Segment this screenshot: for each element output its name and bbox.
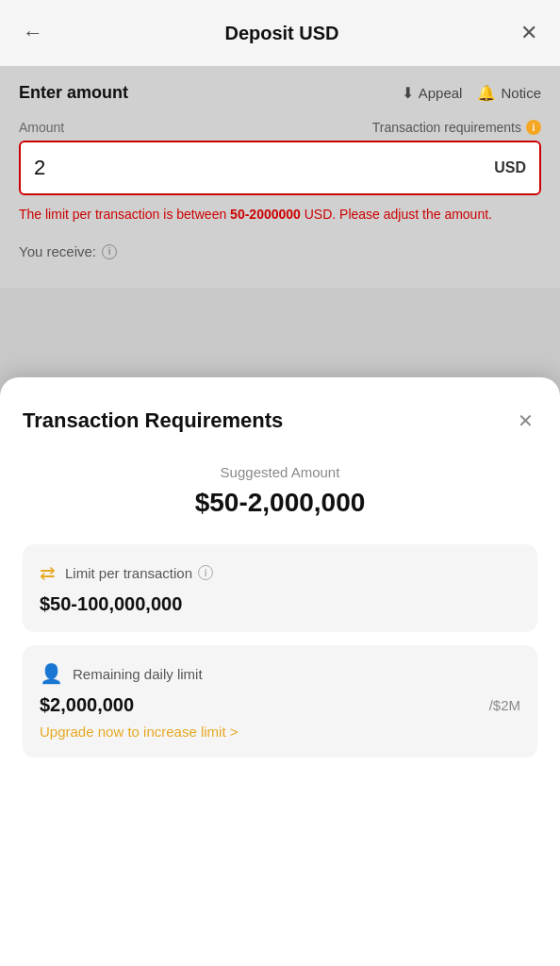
appeal-button[interactable]: ⬇ Appeal: [402, 84, 463, 102]
limit-per-transaction-card: ⇄ Limit per transaction i $50-100,000,00…: [23, 544, 537, 632]
deposit-form-area: Enter amount ⬇ Appeal 🔔 Notice Amount Tr…: [0, 66, 560, 288]
notice-button[interactable]: 🔔 Notice: [477, 84, 541, 102]
amount-input[interactable]: [34, 156, 494, 180]
notice-icon: 🔔: [477, 84, 496, 102]
daily-limit-card: 👤 Remaining daily limit $2,000,000 /$2M …: [23, 645, 537, 758]
back-button[interactable]: ←: [19, 17, 47, 49]
transfer-icon: ⇄: [40, 561, 56, 584]
daily-limit-value: $2,000,000: [40, 694, 134, 716]
you-receive-info-icon[interactable]: i: [102, 244, 117, 259]
amount-input-wrapper: USD: [19, 141, 541, 195]
appeal-label: Appeal: [419, 85, 463, 101]
transaction-requirements-modal: Transaction Requirements ✕ Suggested Amo…: [0, 377, 560, 966]
error-text-part1: The limit per transaction is between: [19, 207, 230, 222]
person-icon: 👤: [40, 662, 63, 685]
appeal-icon: ⬇: [402, 84, 414, 102]
currency-label: USD: [494, 159, 526, 176]
limit-card-value: $50-100,000,000: [40, 593, 520, 615]
suggested-amount-value: $50-2,000,000: [23, 488, 537, 518]
enter-amount-label: Enter amount: [19, 83, 128, 103]
you-receive-label: You receive:: [19, 243, 96, 259]
modal-header: Transaction Requirements ✕: [23, 406, 537, 436]
modal-title: Transaction Requirements: [23, 408, 283, 433]
close-button[interactable]: ✕: [517, 17, 541, 49]
daily-card-value-row: $2,000,000 /$2M: [40, 694, 520, 716]
page-header: ← Deposit USD ✕: [0, 0, 560, 66]
limit-card-label: Limit per transaction i: [65, 565, 213, 581]
notice-label: Notice: [501, 85, 541, 101]
daily-limit-label: Remaining daily limit: [73, 666, 203, 682]
suggested-amount-section: Suggested Amount $50-2,000,000: [23, 464, 537, 518]
amount-field-label: Amount: [19, 120, 64, 135]
limit-info-icon[interactable]: i: [198, 565, 213, 580]
limit-label-text: Limit per transaction: [65, 565, 192, 581]
error-text-part2: USD. Please adjust the amount.: [301, 207, 492, 222]
modal-close-button[interactable]: ✕: [514, 406, 537, 436]
amount-label-row: Amount Transaction requirements i: [19, 120, 541, 135]
tx-req-info-icon[interactable]: i: [526, 120, 541, 135]
top-actions: ⬇ Appeal 🔔 Notice: [402, 84, 541, 102]
tx-req-label: Transaction requirements i: [372, 120, 541, 135]
page-title: Deposit USD: [224, 23, 338, 44]
error-message: The limit per transaction is between 50-…: [19, 205, 541, 225]
daily-card-header: 👤 Remaining daily limit: [40, 662, 520, 685]
error-highlight: 50-2000000: [230, 207, 301, 222]
limit-card-header: ⇄ Limit per transaction i: [40, 561, 520, 584]
daily-limit-max: /$2M: [489, 697, 520, 713]
suggested-amount-label: Suggested Amount: [23, 464, 537, 480]
you-receive-row: You receive: i: [19, 243, 541, 259]
tx-req-text: Transaction requirements: [372, 120, 521, 135]
upgrade-link[interactable]: Upgrade now to increase limit >: [40, 724, 239, 740]
enter-amount-row: Enter amount ⬇ Appeal 🔔 Notice: [19, 83, 541, 103]
